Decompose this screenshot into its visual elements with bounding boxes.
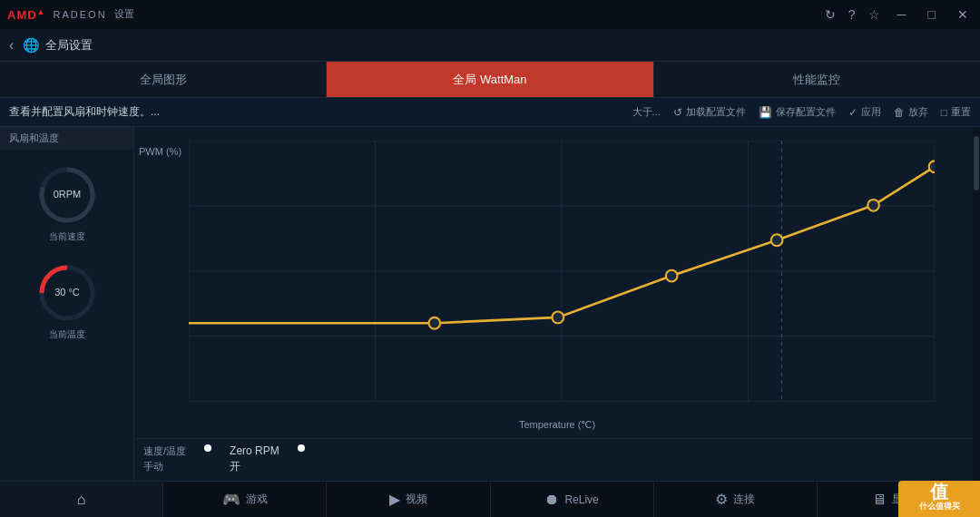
fan-temp-header: 风扇和温度 [0,127,133,150]
gauges: 0RPM 当前速度 30 °C 当前温度 [0,150,133,481]
nav-title: 全局设置 [45,37,93,54]
watermark: 值 什么值得买 [898,481,980,517]
load-config-label: 加载配置文件 [686,105,746,119]
toolbar-right: 大于... ↺ 加载配置文件 💾 保存配置文件 ✓ 应用 🗑 放弃 □ 重置 [632,105,971,119]
games-icon: 🎮 [222,491,240,508]
watermark-text: 值 什么值得买 [919,484,960,513]
about-label: 大于... [632,105,661,119]
toolbar: 查看并配置风扇和时钟速度。... 大于... ↺ 加载配置文件 💾 保存配置文件… [0,98,980,127]
y-axis-label: PWM (%) [139,145,181,158]
fan-chart: 100 0 0 85 [189,141,935,402]
globe-icon: 🌐 [23,37,40,54]
titlebar-left: AMD▲ RADEON 设置 [7,7,134,22]
svg-point-15 [429,317,441,329]
games-label: 游戏 [246,492,268,507]
display-icon: 🖥 [872,492,887,508]
rpm-gauge-svg: 0RPM [35,163,99,227]
video-icon: ▶ [389,491,400,508]
back-button[interactable]: ‹ [9,37,14,54]
tab-wattman[interactable]: 全局 WattMan [327,62,653,97]
maximize-button[interactable]: □ [924,5,940,24]
titlebar-right: ↻ ? ☆ ─ □ ✕ [825,5,973,24]
toolbar-info-text: 查看并配置风扇和时钟速度。... [9,104,160,120]
amd-logo: AMD▲ [7,7,46,22]
video-label: 视频 [406,492,427,507]
star-icon[interactable]: ☆ [868,7,880,22]
bottom-nav: ⌂ 🎮 游戏 ▶ 视频 ⏺ ReLive ⚙ 连接 🖥 显示器 [0,481,980,517]
zero-rpm-val: 开 [230,459,279,474]
save-config-label: 保存配置文件 [776,105,836,119]
speed-label: 速度/温度 [143,444,186,458]
speed-group: 速度/温度 手动 [143,444,186,473]
svg-point-20 [929,161,935,172]
refresh-icon[interactable]: ↻ [825,7,836,22]
nav-home[interactable]: ⌂ [0,482,163,517]
temp-gauge-container: 30 °C 当前温度 [35,261,99,341]
discard-button[interactable]: 🗑 放弃 [894,105,928,119]
chart-area: 100 0 0 85 PWM (%) Temperature (℃) [134,127,980,438]
nav-relive[interactable]: ⏺ ReLive [491,482,654,517]
tabbar: 全局图形 全局 WattMan 性能监控 [0,62,980,98]
tab-overview[interactable]: 全局图形 [0,62,327,97]
home-icon: ⌂ [77,492,86,508]
svg-point-17 [666,270,678,282]
temp-gauge-svg: 30 °C [35,261,99,325]
load-icon: ↺ [673,106,682,119]
zero-rpm-dot-indicator [298,444,305,452]
discard-label: 放弃 [908,105,928,119]
connect-icon: ⚙ [715,491,728,508]
rpm-gauge-container: 0RPM 当前速度 [35,163,99,243]
close-button[interactable]: ✕ [953,5,973,24]
settings-text: 设置 [114,7,134,21]
radeon-text: RADEON [54,9,107,20]
speed-sublabel: 手动 [143,460,186,473]
save-config-button[interactable]: 💾 保存配置文件 [759,105,836,119]
speed-dot [204,444,211,452]
reset-label: 重置 [951,105,971,119]
reset-button[interactable]: □ 重置 [941,105,971,119]
reset-icon: □ [941,106,947,119]
save-icon: 💾 [759,106,772,119]
titlebar: AMD▲ RADEON 设置 ↻ ? ☆ ─ □ ✕ [0,0,980,29]
svg-point-18 [771,234,783,246]
left-panel: 风扇和温度 0RPM 当前速度 [0,127,134,481]
scrollbar[interactable] [973,127,980,481]
nav-games[interactable]: 🎮 游戏 [163,482,327,517]
connect-label: 连接 [733,492,755,507]
minimize-button[interactable]: ─ [893,5,911,24]
zero-rpm-group: Zero RPM 开 [230,444,279,474]
speed-dot-indicator [204,444,211,452]
zero-rpm-dot [298,444,305,452]
svg-point-16 [552,311,564,323]
discard-icon: 🗑 [894,106,905,119]
about-button[interactable]: 大于... [632,105,661,119]
temp-gauge: 30 °C [35,261,99,325]
svg-text:0RPM: 0RPM [53,189,81,200]
nav-connect[interactable]: ⚙ 连接 [654,482,818,517]
bottom-controls: 速度/温度 手动 Zero RPM 开 功率极限 (%) [134,438,980,481]
main-content: 风扇和温度 0RPM 当前速度 [0,127,980,481]
temp-sublabel: 当前温度 [49,328,85,341]
load-config-button[interactable]: ↺ 加载配置文件 [673,105,746,119]
help-icon[interactable]: ? [848,7,856,22]
sliders-row: 功率极限 (%) 0 最小声学限制 (MHz) 1050 [134,480,980,481]
rpm-sublabel: 当前速度 [49,230,85,243]
scrollbar-thumb[interactable] [974,136,979,190]
navbar: ‹ 🌐 全局设置 [0,29,980,62]
relive-icon: ⏺ [544,492,559,508]
right-panel: 100 0 0 85 PWM (%) Temperature (℃) 速度/温度… [134,127,980,481]
watermark-subtitle: 什么值得买 [919,499,960,513]
relive-label: ReLive [564,493,598,506]
svg-point-19 [867,200,879,211]
svg-text:30 °C: 30 °C [54,287,80,298]
rpm-gauge: 0RPM [35,163,99,227]
speed-zero-rpm-row: 速度/温度 手动 Zero RPM 开 [134,439,980,480]
apply-button[interactable]: ✓ 应用 [848,105,881,119]
watermark-icon: 值 [919,484,960,499]
nav-video[interactable]: ▶ 视频 [327,482,490,517]
x-axis-label: Temperature (℃) [519,419,595,431]
zero-rpm-label: Zero RPM [230,444,279,457]
apply-label: 应用 [861,105,881,119]
check-icon: ✓ [848,106,858,119]
tab-monitor[interactable]: 性能监控 [654,62,980,97]
